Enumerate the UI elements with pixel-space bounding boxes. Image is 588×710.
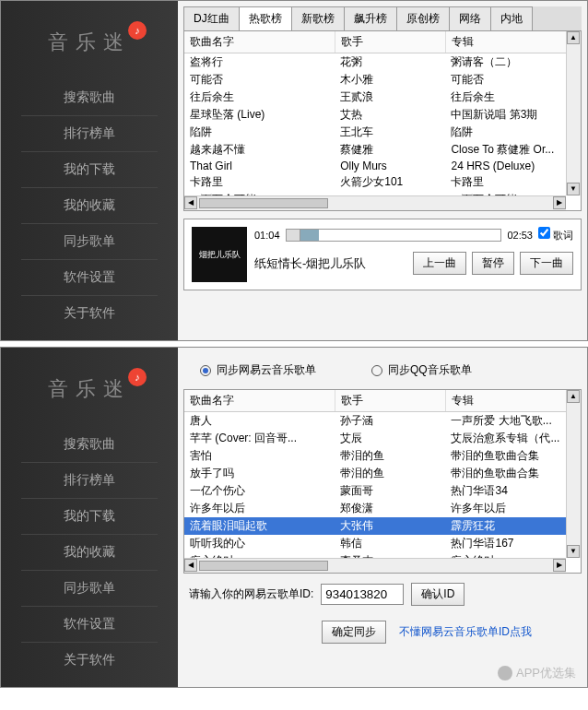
tab-2[interactable]: 新歌榜: [291, 6, 345, 30]
app-panel-sync: ♪ 音乐迷 搜索歌曲排行榜单我的下载我的收藏同步歌单软件设置关于软件 同步网易云…: [0, 347, 588, 688]
id-label: 请输入你的网易云歌单ID:: [189, 586, 313, 602]
main-area-ranking: DJ红曲热歌榜新歌榜飙升榜原创榜网络内地 歌曲名字歌手专辑 盗将行花粥粥请客（二…: [178, 1, 587, 340]
radio-netease[interactable]: 同步网易云音乐歌单: [200, 362, 316, 378]
column-header[interactable]: 歌曲名字: [184, 31, 335, 53]
table-row[interactable]: 可能否木小雅可能否: [184, 71, 581, 89]
table-row[interactable]: 星球坠落 (Live)艾热中国新说唱 第3期: [184, 106, 581, 124]
column-header[interactable]: 歌曲名字: [184, 390, 335, 412]
sync-song-table: 歌曲名字歌手专辑 唐人孙子涵一声所爱 大地飞歌...芊芊 (Cover: 回音哥…: [184, 390, 581, 574]
table-row[interactable]: That GirlOlly Murs24 HRS (Deluxe): [184, 159, 581, 173]
app-title: 音乐迷: [48, 375, 131, 403]
sync-source-radio-group: 同步网易云音乐歌单 同步QQ音乐歌单: [183, 353, 582, 389]
scrollbar-vertical[interactable]: ▲ ▼: [566, 31, 581, 195]
scroll-up-icon[interactable]: ▲: [567, 390, 580, 403]
nav-item-2[interactable]: 我的下载: [21, 152, 158, 188]
scroll-thumb[interactable]: [199, 198, 328, 208]
table-row[interactable]: 流着眼泪唱起歌大张伟霹雳狂花: [184, 517, 581, 535]
song-table: 歌曲名字歌手专辑 盗将行花粥粥请客（二）可能否木小雅可能否往后余生王贰浪往后余生…: [184, 31, 581, 211]
nav-item-6[interactable]: 关于软件: [21, 643, 158, 678]
nav-item-5[interactable]: 软件设置: [21, 260, 158, 296]
scroll-right-icon[interactable]: ▶: [553, 196, 566, 209]
scrollbar-horizontal[interactable]: ◀ ▶: [184, 558, 566, 573]
table-row[interactable]: 一亿个伤心蒙面哥热门华语34: [184, 482, 581, 500]
lyric-checkbox[interactable]: 歌词: [538, 227, 573, 243]
time-total: 02:53: [507, 230, 533, 241]
table-row[interactable]: 放手了吗带泪的鱼带泪的鱼歌曲合集: [184, 465, 581, 482]
nav-item-1[interactable]: 排行榜单: [21, 463, 158, 499]
nav-item-0[interactable]: 搜索歌曲: [21, 427, 158, 463]
tab-6[interactable]: 内地: [490, 6, 533, 30]
table-row[interactable]: 许多年以后郑俊潇许多年以后: [184, 500, 581, 517]
scroll-down-icon[interactable]: ▼: [567, 545, 580, 558]
nav-item-3[interactable]: 我的收藏: [21, 188, 158, 224]
column-header[interactable]: 专辑: [445, 31, 580, 53]
next-button[interactable]: 下一曲: [520, 252, 573, 275]
nav-item-4[interactable]: 同步歌单: [21, 224, 158, 260]
player-bar: 烟把儿乐队 01:04 02:53 歌词 纸短情长-烟把儿乐队 上一曲 暂停 下…: [183, 219, 582, 290]
sync-confirm-button[interactable]: 确定同步: [322, 621, 386, 644]
scroll-down-icon[interactable]: ▼: [567, 183, 580, 195]
nav-item-1[interactable]: 排行榜单: [21, 116, 158, 152]
table-row[interactable]: 卡路里火箭少女101卡路里: [184, 173, 581, 191]
time-current: 01:04: [254, 230, 280, 241]
scrollbar-vertical[interactable]: ▲ ▼: [566, 390, 581, 558]
playlist-id-row: 请输入你的网易云歌单ID: 确认ID: [183, 574, 582, 615]
app-panel-ranking: ♪ 音乐迷 搜索歌曲排行榜单我的下载我的收藏同步歌单软件设置关于软件 DJ红曲热…: [0, 0, 588, 341]
nav-item-6[interactable]: 关于软件: [21, 296, 158, 331]
confirm-id-button[interactable]: 确认ID: [411, 583, 465, 606]
tab-4[interactable]: 原创榜: [396, 6, 450, 30]
radio-qq[interactable]: 同步QQ音乐歌单: [371, 362, 472, 378]
music-note-icon: ♪: [128, 368, 147, 386]
scroll-left-icon[interactable]: ◀: [184, 196, 197, 209]
sidebar: ♪ 音乐迷 搜索歌曲排行榜单我的下载我的收藏同步歌单软件设置关于软件: [1, 348, 178, 687]
sync-table-wrap: 歌曲名字歌手专辑 唐人孙子涵一声所爱 大地飞歌...芊芊 (Cover: 回音哥…: [183, 389, 582, 574]
scroll-thumb[interactable]: [199, 561, 328, 571]
nav-item-0[interactable]: 搜索歌曲: [21, 80, 158, 116]
nav-item-5[interactable]: 软件设置: [21, 607, 158, 643]
sidebar: ♪ 音乐迷 搜索歌曲排行榜单我的下载我的收藏同步歌单软件设置关于软件: [1, 1, 178, 340]
table-row[interactable]: 陷阱王北车陷阱: [184, 124, 581, 141]
scroll-up-icon[interactable]: ▲: [567, 31, 580, 44]
nav-item-4[interactable]: 同步歌单: [21, 571, 158, 607]
album-art: 烟把儿乐队: [192, 227, 247, 282]
nav-item-2[interactable]: 我的下载: [21, 499, 158, 535]
prev-button[interactable]: 上一曲: [413, 252, 466, 275]
table-row[interactable]: 越来越不懂蔡健雅Close To 蔡健雅 Or...: [184, 141, 581, 159]
table-row[interactable]: 盗将行花粥粥请客（二）: [184, 53, 581, 72]
tab-3[interactable]: 飙升榜: [344, 6, 397, 30]
scroll-left-icon[interactable]: ◀: [184, 559, 197, 572]
tab-0[interactable]: DJ红曲: [183, 6, 240, 30]
playlist-id-input[interactable]: [321, 584, 404, 605]
table-row[interactable]: 听听我的心韩信热门华语167: [184, 535, 581, 552]
table-row[interactable]: 芊芊 (Cover: 回音哥...艾辰艾辰治愈系专辑（代...: [184, 430, 581, 447]
help-link[interactable]: 不懂网易云音乐歌单ID点我: [399, 624, 532, 640]
app-title: 音乐迷: [48, 29, 131, 56]
song-table-wrap: 歌曲名字歌手专辑 盗将行花粥粥请客（二）可能否木小雅可能否往后余生王贰浪往后余生…: [183, 30, 582, 211]
now-playing-title: 纸短情长-烟把儿乐队: [254, 255, 407, 272]
table-row[interactable]: 害怕带泪的鱼带泪的鱼歌曲合集: [184, 447, 581, 465]
column-header[interactable]: 歌手: [335, 31, 445, 53]
progress-slider[interactable]: [286, 229, 502, 242]
music-note-icon: ♪: [128, 21, 147, 40]
tab-5[interactable]: 网络: [449, 6, 491, 30]
scroll-right-icon[interactable]: ▶: [553, 559, 566, 572]
main-area-sync: 同步网易云音乐歌单 同步QQ音乐歌单 歌曲名字歌手专辑 唐人孙子涵一声所爱 大地…: [178, 348, 587, 687]
scrollbar-horizontal[interactable]: ◀ ▶: [184, 195, 566, 210]
table-row[interactable]: 往后余生王贰浪往后余生: [184, 89, 581, 106]
radio-dot-icon: [371, 365, 382, 376]
ranking-tabs: DJ红曲热歌榜新歌榜飙升榜原创榜网络内地: [183, 6, 582, 30]
column-header[interactable]: 歌手: [335, 390, 445, 412]
table-row[interactable]: 唐人孙子涵一声所爱 大地飞歌...: [184, 412, 581, 431]
radio-dot-icon: [200, 365, 211, 376]
tab-1[interactable]: 热歌榜: [239, 6, 292, 30]
nav-item-3[interactable]: 我的收藏: [21, 535, 158, 571]
watermark: APP优选集: [498, 665, 576, 681]
column-header[interactable]: 专辑: [445, 390, 580, 412]
wechat-icon: [498, 666, 512, 680]
pause-button[interactable]: 暂停: [472, 252, 514, 275]
